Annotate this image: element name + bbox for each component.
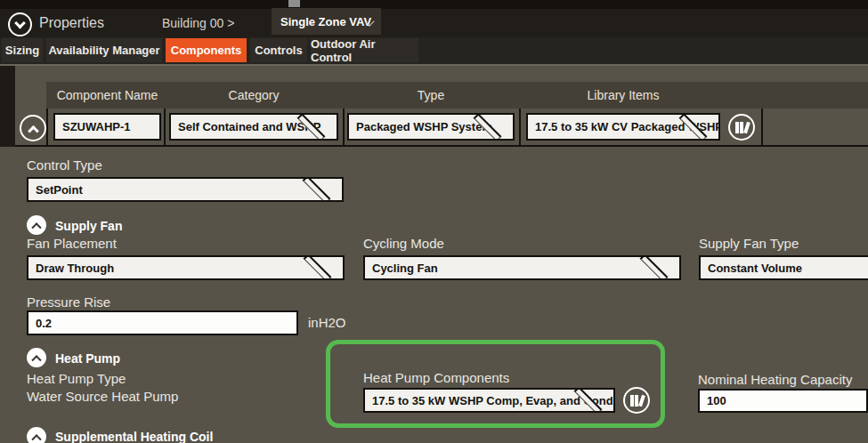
- cycling-mode-value: Cycling Fan: [372, 262, 438, 275]
- library-item-dropdown[interactable]: 17.5 to 35 kW CV Packaged WSHP: [526, 113, 720, 141]
- cycling-mode-dropdown[interactable]: Cycling Fan: [363, 255, 681, 280]
- properties-panel: Properties Building 00 > Single Zone VAV…: [0, 0, 868, 443]
- grid-header-category: Category: [169, 88, 338, 102]
- books-icon: [735, 122, 739, 133]
- tab-bar: Sizing Availability Manager Components C…: [0, 37, 868, 64]
- grid-left-gutter: [0, 66, 15, 147]
- control-type-value: SetPoint: [36, 183, 83, 197]
- chevron-down-icon: [14, 18, 26, 29]
- tab-controls[interactable]: Controls: [250, 38, 307, 62]
- heat-pump-type-value: Water Source Heat Pump: [27, 389, 178, 404]
- heat-pump-components-value: 17.5 to 35 kW WSHP Comp, Evap, and Cond: [372, 394, 613, 407]
- chevron-down-icon: [304, 255, 332, 280]
- type-value: Packaged WSHP System: [356, 120, 492, 133]
- chevron-up-icon: [31, 355, 41, 365]
- control-type-dropdown[interactable]: SetPoint: [27, 177, 344, 202]
- unit-selector-dropdown[interactable]: Single Zone VAV: [272, 8, 381, 35]
- window-grip-handle[interactable]: [288, 0, 300, 7]
- component-collapse-button[interactable]: [20, 115, 46, 141]
- nominal-heating-capacity-input[interactable]: [698, 389, 868, 413]
- cycling-mode-label: Cycling Mode: [363, 236, 444, 251]
- unit-selector-value: Single Zone VAV: [280, 15, 371, 28]
- supplemental-heating-coil-collapse-button[interactable]: [27, 427, 46, 443]
- grid-header-library-items: Library Items: [526, 88, 720, 102]
- pressure-rise-input[interactable]: [27, 310, 298, 335]
- window-top-strip: [0, 0, 868, 9]
- supply-fan-collapse-button[interactable]: [27, 215, 46, 235]
- supply-fan-type-label: Supply Fan Type: [699, 236, 799, 251]
- chevron-up-icon: [31, 222, 41, 232]
- fan-placement-dropdown[interactable]: Draw Through: [27, 255, 345, 280]
- nominal-heating-capacity-label: Nominal Heating Capacity: [698, 372, 852, 387]
- heat-pump-section-title: Heat Pump: [55, 351, 120, 366]
- pressure-rise-label: Pressure Rise: [27, 294, 110, 310]
- heat-pump-library-browse-button[interactable]: [623, 387, 650, 414]
- grid-separator: [46, 109, 48, 146]
- panel-title: Properties: [39, 15, 104, 31]
- category-value: Self Contained and WSHP: [178, 120, 320, 133]
- books-icon: [630, 395, 634, 407]
- tab-availability-manager[interactable]: Availability Manager: [46, 38, 162, 62]
- grid-separator: [164, 109, 166, 146]
- header-bar: [0, 9, 868, 37]
- grid-header-type: Type: [347, 88, 515, 102]
- grid-separator: [519, 109, 521, 146]
- tab-components[interactable]: Components: [166, 38, 247, 62]
- type-dropdown[interactable]: Packaged WSHP System: [347, 113, 515, 141]
- chevron-down-icon: [640, 255, 669, 280]
- tab-sizing[interactable]: Sizing: [2, 38, 43, 62]
- chevron-up-icon: [31, 434, 41, 443]
- chevron-down-icon: [303, 177, 331, 202]
- heat-pump-collapse-button[interactable]: [27, 348, 46, 367]
- heat-pump-components-dropdown[interactable]: 17.5 to 35 kW WSHP Comp, Evap, and Cond: [363, 388, 615, 413]
- component-name-input[interactable]: [53, 113, 161, 141]
- fan-placement-label: Fan Placement: [27, 236, 117, 251]
- grid-bottom-border: [15, 145, 868, 147]
- grid-separator: [343, 109, 345, 146]
- library-browse-button[interactable]: [728, 114, 755, 141]
- breadcrumb[interactable]: Building 00 >: [162, 16, 234, 30]
- grid-header-component-name: Component Name: [53, 88, 161, 102]
- pressure-rise-unit: inH2O: [308, 315, 346, 330]
- control-type-label: Control Type: [27, 157, 102, 173]
- heat-pump-type-label: Heat Pump Type: [27, 371, 126, 386]
- content-divider: [0, 64, 868, 66]
- category-dropdown[interactable]: Self Contained and WSHP: [169, 113, 338, 141]
- heat-pump-components-label: Heat Pump Components: [363, 370, 509, 385]
- supplemental-heating-coil-section-title: Supplemental Heating Coil: [55, 430, 213, 443]
- supply-fan-section-title: Supply Fan: [55, 219, 122, 233]
- panel-collapse-button[interactable]: [8, 12, 32, 36]
- tab-outdoor-air-control[interactable]: Outdoor Air Control: [311, 38, 418, 62]
- fan-placement-value: Draw Through: [36, 262, 114, 275]
- supply-fan-type-dropdown[interactable]: Constant Volume: [699, 255, 868, 280]
- chevron-up-icon: [28, 125, 39, 136]
- supply-fan-type-value: Constant Volume: [708, 262, 802, 275]
- grid-separator: [761, 109, 763, 146]
